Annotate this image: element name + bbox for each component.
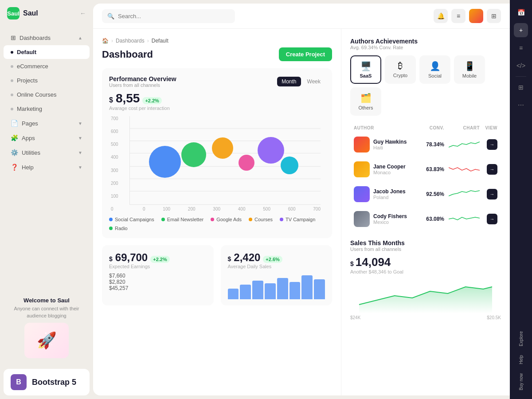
right-sidebar: 📅 + ≡ </> ⊞ ⋯ Explore Help Buy now: [510, 0, 532, 399]
sidebar-item-dashboards[interactable]: ⊞ Dashboards ▲: [4, 31, 90, 45]
legend-dot: [249, 218, 252, 221]
cat-tab-label: Social: [428, 73, 442, 78]
bubble-social: [149, 146, 181, 178]
col-header-view: View: [480, 125, 497, 130]
sidebar-back-icon[interactable]: ←: [80, 10, 86, 17]
sales-label: Average Daily Sales: [228, 264, 325, 269]
utilities-icon: ⚙️: [11, 149, 18, 156]
cat-tab-label: Crypto: [393, 73, 407, 78]
author-avatar-4: [354, 211, 370, 227]
daily-sales-card: $ 2,420 +2.6% Average Daily Sales: [221, 245, 332, 305]
sidebar-item-label: eCommerce: [17, 63, 48, 70]
legend-label: Google Ads: [216, 217, 242, 222]
sidebar-item-utilities[interactable]: ⚙️ Utilities ▼: [4, 145, 90, 160]
sidebar-item-pages[interactable]: 📄 Pages ▼: [4, 116, 90, 130]
buy-now-label[interactable]: Buy now: [517, 370, 525, 394]
view-button-2[interactable]: →: [487, 164, 497, 175]
sparkline-3: [449, 189, 480, 200]
notifications-icon[interactable]: 🔔: [434, 9, 448, 23]
help-label[interactable]: Help: [517, 352, 525, 368]
sparkline-1: [449, 139, 480, 150]
sidebar-item-label: Utilities: [22, 149, 40, 156]
tab-week[interactable]: Week: [303, 77, 325, 86]
cat-tab-label: Mobile: [462, 73, 477, 78]
author-info-3: Jacob Jones Poland: [373, 188, 413, 200]
author-row: Cody Fishers Mexico 63.08% →: [350, 207, 501, 231]
chart-y-labels: 700 600 500 400 300 200 100 0: [111, 116, 118, 211]
legend-radio: Radio: [109, 226, 128, 231]
author-location: Haiti: [373, 145, 413, 150]
add-icon[interactable]: +: [514, 23, 528, 37]
nav-dot: [11, 94, 13, 96]
legend-courses: Courses: [249, 217, 273, 222]
sidebar-item-projects[interactable]: Projects: [4, 74, 90, 87]
sidebar-footer: Welcome to Saul Anyone can connect with …: [0, 290, 93, 365]
sidebar-title: Saul: [23, 9, 38, 17]
sales-goal: Another $48,346 to Goal: [350, 269, 501, 274]
sidebar-item-ecommerce[interactable]: eCommerce: [4, 59, 90, 73]
breadcrumb-dashboards[interactable]: Dashboards: [116, 38, 145, 44]
create-project-button[interactable]: Create Project: [279, 47, 332, 61]
author-info-1: Guy Hawkins Haiti: [373, 139, 413, 150]
sidebar-mascot: 🚀: [24, 323, 69, 358]
legend-label: Email Newsletter: [167, 217, 204, 222]
author-name: Jane Cooper: [373, 164, 413, 170]
dots-icon[interactable]: ⋯: [514, 98, 528, 112]
bootstrap-label: Bootstrap 5: [32, 378, 76, 387]
sidebar: Saul Saul ← ⊞ Dashboards ▲ Default eComm…: [0, 0, 93, 399]
calendar-icon[interactable]: 📅: [514, 5, 528, 20]
explore-label[interactable]: Explore: [517, 328, 525, 350]
sidebar-item-default[interactable]: Default: [4, 45, 90, 59]
crypto-icon: ₿: [398, 61, 403, 71]
col-header-chart: Chart: [444, 125, 480, 130]
content-area: 🏠 › Dashboards › Default Dashboard Creat…: [93, 29, 510, 395]
legend-dot: [280, 218, 283, 221]
tab-month[interactable]: Month: [277, 77, 301, 86]
legend-label: Social Campaigns: [115, 217, 154, 222]
expected-earnings-card: $ 69,700 +2.2% Expected Earnings $7,660 …: [102, 245, 214, 305]
view-button-3[interactable]: →: [487, 189, 497, 200]
more-icon[interactable]: ⊞: [487, 9, 501, 23]
sales-section: Sales This Months Users from all channel…: [350, 239, 501, 320]
nav-dot: [11, 51, 13, 54]
sales-chart: [350, 278, 501, 313]
cat-tab-social[interactable]: 👤 Social: [419, 55, 450, 84]
sidebar-header: Saul Saul ←: [0, 0, 93, 27]
breadcrumb-home[interactable]: 🏠: [102, 38, 109, 44]
bubble-ads: [212, 137, 233, 159]
legend-dot: [211, 218, 214, 221]
currency-symbol: $: [109, 96, 113, 104]
chevron-icon: ▼: [78, 136, 82, 141]
sidebar-item-help[interactable]: ❓ Help ▼: [4, 160, 90, 174]
sidebar-item-label: Default: [17, 49, 36, 55]
author-location: Monaco: [373, 170, 413, 175]
author-name: Jacob Jones: [373, 188, 413, 195]
col-header-conv: Conv.: [413, 125, 444, 130]
view-button-4[interactable]: →: [487, 214, 497, 224]
search-box[interactable]: 🔍: [102, 9, 235, 23]
view-button-1[interactable]: →: [487, 139, 497, 150]
sidebar-item-online-courses[interactable]: Online Courses: [4, 88, 90, 102]
chevron-icon: ▼: [78, 121, 82, 126]
col-header-author: Author: [354, 125, 413, 130]
sidebar-item-marketing[interactable]: Marketing: [4, 102, 90, 116]
cat-tab-mobile[interactable]: 📱 Mobile: [454, 55, 485, 84]
cat-tab-saas[interactable]: 🖥️ SaaS: [350, 55, 381, 84]
cat-tab-others[interactable]: 🗂️ Others: [350, 87, 381, 116]
metric-value: $ 8,55 +2.2%: [109, 91, 325, 106]
chevron-icon: ▼: [78, 165, 82, 170]
search-input[interactable]: [118, 13, 230, 20]
welcome-title: Welcome to Saul: [7, 297, 86, 304]
help-icon: ❓: [11, 164, 18, 171]
welcome-subtitle: Anyone can connect with their audience b…: [7, 305, 86, 319]
sidebar-item-apps[interactable]: 🧩 Apps ▼: [4, 131, 90, 145]
sales-value: $ 14,094: [350, 255, 501, 269]
menu-icon[interactable]: ≡: [514, 41, 528, 55]
main-content: 🔍 🔔 ≡ ⊞ 🏠 › Dashboards › Default Dashboa…: [93, 4, 510, 395]
user-avatar[interactable]: [469, 9, 483, 23]
settings-icon[interactable]: ≡: [451, 9, 466, 23]
code-icon[interactable]: </>: [514, 59, 528, 73]
cat-tab-crypto[interactable]: ₿ Crypto: [385, 55, 416, 84]
metric-number: 8,55: [116, 91, 140, 106]
grid-icon[interactable]: ⊞: [514, 80, 528, 94]
